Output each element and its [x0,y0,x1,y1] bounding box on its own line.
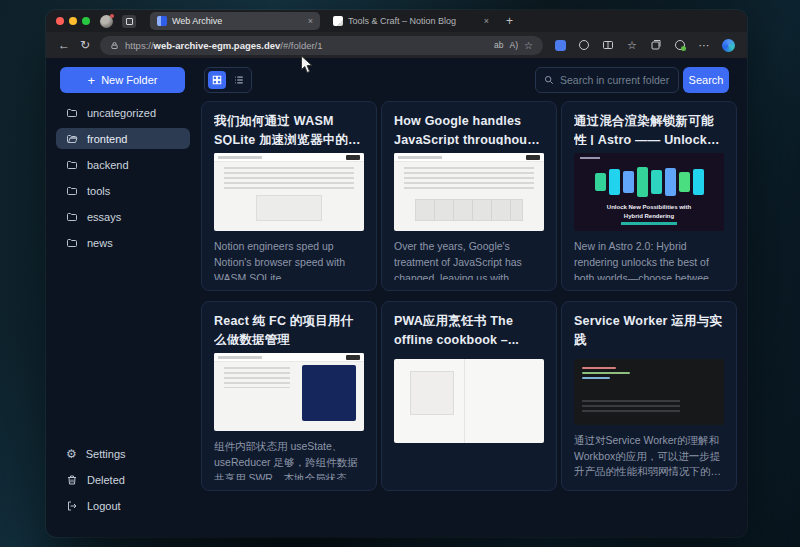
new-tab-button[interactable]: + [502,14,517,28]
card-title: PWA应用烹饪书 The offline cookbook –... [394,312,544,351]
card-description: 通过对Service Worker的理解和Workbox的应用，可以进一步提升产… [574,433,724,480]
folder-label: frontend [87,133,127,145]
url-text: https://web-archive-egm.pages.dev/#/fold… [125,40,488,51]
traffic-lights [56,17,90,25]
card-thumbnail: Unlock New Possibilities with Hybrid Ren… [574,153,724,231]
sidebar-item-uncategorized[interactable]: uncategorized [56,102,190,123]
view-toggle-group [204,67,252,93]
split-screen-icon[interactable] [601,38,615,52]
browser-essentials-icon[interactable] [673,38,687,52]
read-aloud-icon[interactable]: A) [510,40,519,50]
url-scheme: https:// [125,40,154,51]
gear-icon: ⚙ [66,448,77,460]
thumbnail-link-bar [621,222,677,225]
footer-label: Settings [86,448,126,460]
grid-icon [212,75,222,85]
folder-label: uncategorized [87,107,156,119]
sidebar-item-news[interactable]: news [56,232,190,253]
open-folder-icon [66,133,78,145]
web-archive-favicon [157,16,167,26]
sidebar-footer: ⚙ Settings Deleted Logout [56,443,190,521]
address-bar[interactable]: https://web-archive-egm.pages.dev/#/fold… [100,36,543,55]
card-thumbnail [574,359,724,425]
web-archive-app: + New Folder Search [46,58,747,537]
notion-favicon [333,16,343,26]
browser-tab-bar: Web Archive × Tools & Craft – Notion Blo… [46,10,747,32]
url-domain: web-archive-egm.pages.dev [154,40,281,51]
sidebar-item-deleted[interactable]: Deleted [56,469,190,490]
workspaces-icon[interactable] [122,15,136,28]
close-window-button[interactable] [56,17,64,25]
minimize-window-button[interactable] [69,17,77,25]
sidebar-item-frontend[interactable]: frontend [56,128,190,149]
card-thumbnail [214,153,364,231]
footer-label: Deleted [87,474,125,486]
search-icon [544,75,554,85]
card-description: Notion engineers sped up Notion's browse… [214,239,364,280]
article-card[interactable]: 我们如何通过 WASM SQLite 加速浏览器中的 Notion ——... … [201,101,377,291]
tab-notion-blog[interactable]: Tools & Craft – Notion Blog × [326,12,496,30]
folder-label: essays [87,211,121,223]
article-card[interactable]: React 纯 FC 的项目用什么做数据管理 组件内部状态用 useState、… [201,301,377,491]
sidebar: uncategorized frontend backend tools [46,100,196,537]
article-card[interactable]: PWA应用烹饪书 The offline cookbook –... [381,301,557,491]
folder-icon [66,185,78,197]
new-folder-label: New Folder [101,74,157,86]
sidebar-item-essays[interactable]: essays [56,206,190,227]
tab-title: Web Archive [172,16,303,26]
zoom-window-button[interactable] [82,17,90,25]
card-title: 通过混合渲染解锁新可能性 | Astro —— Unlock New... [574,112,724,145]
folder-label: tools [87,185,110,197]
list-icon [234,75,244,85]
folder-icon [66,107,78,119]
close-tab-icon[interactable]: × [308,17,313,26]
grid-view-button[interactable] [208,71,226,89]
copilot-icon[interactable] [721,38,735,52]
search-button[interactable]: Search [683,67,729,93]
footer-label: Logout [87,500,121,512]
reload-icon[interactable]: ↻ [80,39,90,51]
plus-icon: + [88,74,96,87]
browser-toolbar: ← ↻ https://web-archive-egm.pages.dev/#/… [46,32,747,58]
search-box [535,67,679,93]
article-card[interactable]: Service Worker 运用与实践 通过对Service Worker的理… [561,301,737,491]
card-title: 我们如何通过 WASM SQLite 加速浏览器中的 Notion ——... [214,112,364,145]
folder-icon [66,211,78,223]
article-card[interactable]: 通过混合渲染解锁新可能性 | Astro —— Unlock New... [561,101,737,291]
collections-icon[interactable] [649,38,663,52]
card-thumbnail [394,153,544,231]
tab-title: Tools & Craft – Notion Blog [348,16,479,26]
search-input[interactable] [560,74,670,86]
translate-icon[interactable]: ab [494,40,503,50]
logout-icon [66,500,78,512]
sidebar-item-backend[interactable]: backend [56,154,190,175]
url-path: /#/folder/1 [280,40,322,51]
folder-label: backend [87,159,129,171]
article-card[interactable]: How Google handles JavaScript throughout… [381,101,557,291]
browser-window: Web Archive × Tools & Craft – Notion Blo… [46,10,747,537]
thumbnail-caption: Unlock New Possibilities with Hybrid Ren… [604,203,694,220]
card-thumbnail [214,353,364,431]
tab-web-archive[interactable]: Web Archive × [150,12,320,30]
profile-avatar[interactable] [100,15,113,28]
folder-label: news [87,237,113,249]
add-favorite-icon[interactable]: ☆ [524,40,533,51]
card-title: React 纯 FC 的项目用什么做数据管理 [214,312,364,345]
back-icon[interactable]: ← [58,39,70,51]
folder-icon [66,237,78,249]
list-view-button[interactable] [230,71,248,89]
close-tab-icon[interactable]: × [484,17,489,26]
sidebar-item-settings[interactable]: ⚙ Settings [56,443,190,464]
new-folder-button[interactable]: + New Folder [60,67,185,93]
card-thumbnail [394,359,544,443]
pinned-extension-icon[interactable] [553,38,567,52]
sidebar-item-tools[interactable]: tools [56,180,190,201]
trash-icon [66,474,78,486]
more-options-icon[interactable]: ⋯ [697,38,711,52]
favorites-icon[interactable]: ☆ [625,38,639,52]
performance-icon[interactable] [577,38,591,52]
app-header: + New Folder Search [46,58,747,100]
folder-list: uncategorized frontend backend tools [56,102,190,258]
sidebar-item-logout[interactable]: Logout [56,495,190,516]
card-title: Service Worker 运用与实践 [574,312,724,351]
